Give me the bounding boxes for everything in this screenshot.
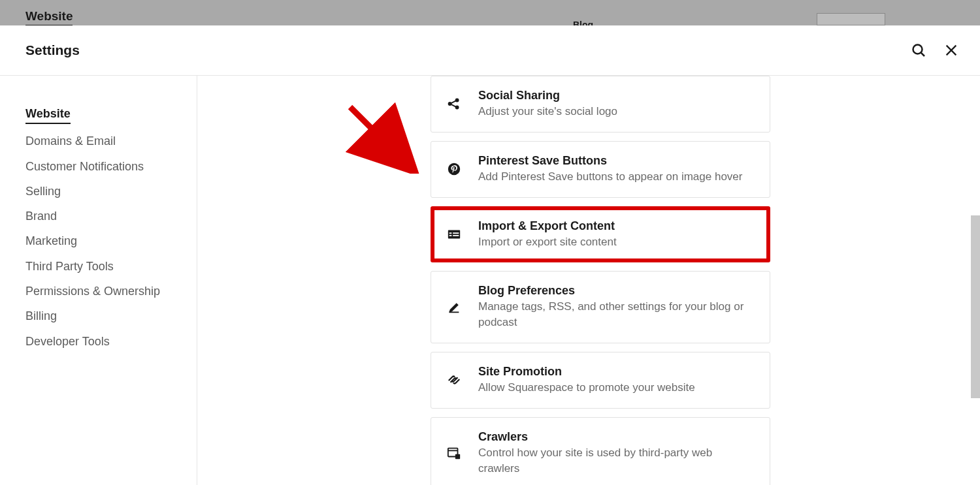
sidebar-item-selling[interactable]: Selling [25,183,197,199]
card-body: Crawlers Control how your site is used b… [478,430,757,477]
annotation-arrow [345,102,423,174]
panel-header: Settings [0,25,980,76]
header-actions [909,41,960,59]
sidebar-item-label: Permissions & Ownership [25,285,160,298]
svg-line-1 [921,53,924,56]
svg-line-8 [451,101,455,104]
close-button[interactable] [942,41,960,59]
card-desc: Add Pinterest Save buttons to appear on … [478,169,757,185]
card-body: Social Sharing Adjust your site's social… [478,89,757,119]
sidebar-item-marketing[interactable]: Marketing [25,233,197,249]
pinterest-icon [447,162,461,176]
backdrop-tab-label: Website [25,9,73,23]
search-button[interactable] [909,41,928,59]
card-desc: Adjust your site's social logo [478,104,757,119]
settings-panel: Settings Website Domains & Email Custome… [0,25,980,485]
search-icon [911,42,926,58]
card-crawlers[interactable]: Crawlers Control how your site is used b… [431,417,770,485]
sidebar-item-customer-notifications[interactable]: Customer Notifications [25,159,197,174]
svg-rect-13 [453,232,459,234]
pen-icon [447,300,461,315]
svg-rect-15 [453,235,459,236]
sidebar-item-third-party-tools[interactable]: Third Party Tools [25,258,197,274]
card-social-sharing[interactable]: Social Sharing Adjust your site's social… [431,76,770,133]
sidebar-item-label: Selling [25,185,61,198]
svg-point-7 [456,106,459,109]
scrollbar-thumb[interactable] [971,215,980,398]
squarespace-icon [447,373,461,387]
svg-point-0 [913,45,923,54]
sidebar-item-label: Billing [25,309,57,322]
card-body: Import & Export Content Import or export… [478,219,757,250]
card-site-promotion[interactable]: Site Promotion Allow Squarespace to prom… [431,352,770,409]
card-desc: Control how your site is used by third-p… [478,445,757,477]
sidebar-item-label: Third Party Tools [25,260,114,273]
svg-rect-19 [457,456,459,457]
card-desc: Allow Squarespace to promote your websit… [478,380,757,396]
sidebar-item-billing[interactable]: Billing [25,308,197,324]
card-desc: Import or export site content [478,234,757,250]
close-icon [944,43,958,57]
panel-body: Website Domains & Email Customer Notific… [0,76,980,485]
sidebar-item-label: Customer Notifications [25,160,144,173]
sidebar-item-label: Domains & Email [25,134,116,148]
svg-rect-11 [448,230,460,239]
svg-line-9 [451,104,455,107]
svg-point-6 [456,99,459,102]
settings-cards: Social Sharing Adjust your site's social… [431,76,770,485]
card-title: Site Promotion [478,365,757,379]
panel-title: Settings [25,42,80,58]
card-body: Blog Preferences Manage tags, RSS, and o… [478,284,757,330]
backdrop-button-ghost [817,13,885,25]
svg-line-4 [350,107,408,164]
sidebar-item-label: Brand [25,210,57,223]
card-import-export-content[interactable]: Import & Export Content Import or export… [431,206,770,263]
crawler-icon [447,446,461,460]
share-icon [447,97,461,111]
card-desc: Manage tags, RSS, and other settings for… [478,299,757,330]
sidebar: Website Domains & Email Customer Notific… [0,76,197,485]
sidebar-item-label: Website [25,107,71,120]
spreadsheet-icon [447,227,461,242]
card-title: Crawlers [478,430,757,444]
card-blog-preferences[interactable]: Blog Preferences Manage tags, RSS, and o… [431,271,770,343]
sidebar-item-developer-tools[interactable]: Developer Tools [25,334,197,349]
content-area: Social Sharing Adjust your site's social… [197,76,980,485]
card-title: Social Sharing [478,89,757,102]
card-pinterest-save-buttons[interactable]: Pinterest Save Buttons Add Pinterest Sav… [431,141,770,198]
background-overlay: Website Blog [0,0,980,25]
card-body: Site Promotion Allow Squarespace to prom… [478,365,757,396]
sidebar-item-permissions-ownership[interactable]: Permissions & Ownership [25,283,197,299]
sidebar-item-domains-email[interactable]: Domains & Email [25,133,197,149]
sidebar-item-website[interactable]: Website [25,106,71,124]
card-body: Pinterest Save Buttons Add Pinterest Sav… [478,154,757,185]
sidebar-item-label: Marketing [25,234,77,247]
card-title: Pinterest Save Buttons [478,154,757,168]
svg-point-5 [449,102,451,105]
sidebar-item-brand[interactable]: Brand [25,208,197,224]
svg-rect-12 [449,232,452,234]
card-title: Import & Export Content [478,219,757,233]
svg-rect-14 [449,235,452,236]
card-title: Blog Preferences [478,284,757,298]
sidebar-item-label: Developer Tools [25,335,110,348]
